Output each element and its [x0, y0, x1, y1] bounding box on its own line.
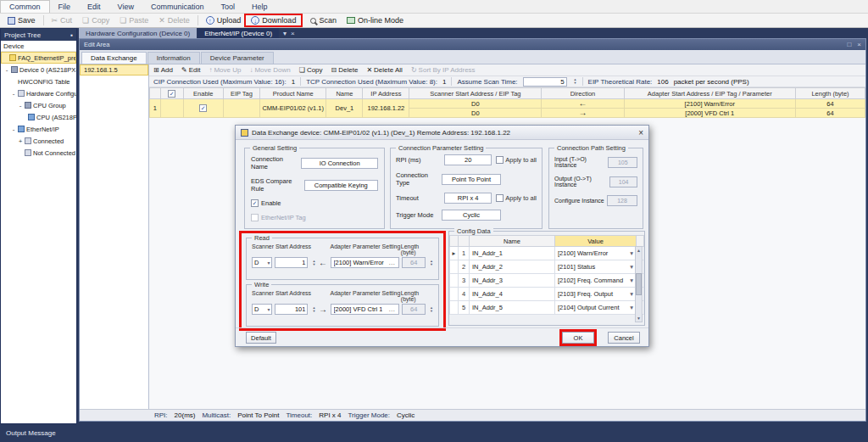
- maximize-icon[interactable]: □: [847, 41, 851, 48]
- chevron-down-icon[interactable]: ▾: [630, 290, 633, 298]
- delete-row-button[interactable]: ⊟ Delete: [331, 66, 359, 74]
- menu-common[interactable]: Common: [0, 0, 50, 13]
- ok-button[interactable]: OK: [562, 332, 594, 344]
- read-address-spinner[interactable]: ▲ ▼: [312, 260, 315, 266]
- spin-down-icon[interactable]: ▼: [574, 81, 577, 85]
- config-row[interactable]: 4 IN_Addr_4 [2103] Freq. Output▾: [450, 288, 644, 301]
- tree-item-cpu[interactable]: CPU (AS218PX-A): [1, 111, 76, 123]
- collapse-icon[interactable]: -: [18, 102, 23, 109]
- scroll-down-icon[interactable]: ▼: [637, 316, 641, 321]
- chevron-down-icon[interactable]: ▾: [630, 263, 633, 271]
- config-row-value[interactable]: [2102] Freq. Command▾: [555, 274, 637, 288]
- config-row[interactable]: 2 IN_Addr_2 [2101] Status▾: [450, 260, 644, 274]
- tab-menu-icon[interactable]: ▾: [283, 30, 287, 37]
- tree-item-connected[interactable]: + Connected: [1, 135, 76, 147]
- default-button[interactable]: Default: [246, 332, 276, 344]
- scroll-up-icon[interactable]: ▲: [637, 248, 641, 253]
- write-address-input[interactable]: 101: [275, 304, 308, 315]
- tree-item-project[interactable]: FAQ_EthernetIP_predkos: [1, 52, 76, 64]
- connection-name-select[interactable]: IO Connection: [301, 158, 378, 169]
- browse-icon[interactable]: …: [388, 305, 396, 313]
- chevron-down-icon[interactable]: ▾: [630, 304, 633, 311]
- config-row[interactable]: 5 IN_Addr_5 [2104] Output Current▾: [450, 301, 644, 315]
- tree-item-hardware-configuration[interactable]: - Hardware Configuration: [1, 87, 76, 99]
- timeout-apply-all[interactable]: Apply to all: [496, 194, 537, 202]
- tree-item-hwconfig-table[interactable]: HWCONFIG Table: [1, 76, 76, 87]
- rpi-apply-all-checkbox[interactable]: [496, 156, 504, 164]
- scan-button[interactable]: Scan: [305, 15, 342, 25]
- ip-list-item[interactable]: 192.168.1.5: [80, 64, 148, 76]
- eds-compare-rule-select[interactable]: Compatible Keying: [304, 180, 378, 191]
- config-row-value[interactable]: [2103] Freq. Output▾: [555, 288, 637, 301]
- delete-all-button[interactable]: ✕ Delete All: [366, 66, 403, 74]
- menu-tool[interactable]: Tool: [212, 0, 243, 13]
- tree-item-cpu-group[interactable]: - CPU Group: [1, 99, 76, 111]
- upload-button[interactable]: ↑ Upload: [201, 15, 247, 25]
- menu-help[interactable]: Help: [243, 0, 276, 13]
- write-adapter-field[interactable]: [2000] VFD Ctrl 1 …: [331, 304, 400, 315]
- config-row[interactable]: ▸ 1 IN_Addr_1 [2100] Warn/Error▾: [450, 247, 644, 260]
- collapse-icon[interactable]: -: [11, 126, 16, 133]
- scan-time-spinner[interactable]: ▲ ▼: [574, 78, 577, 85]
- tree-item-not-connected[interactable]: Not Connected: [1, 147, 76, 159]
- write-device-select[interactable]: D ▾: [252, 304, 272, 315]
- assume-scan-time-input[interactable]: 5: [523, 77, 567, 87]
- delete-button[interactable]: ✕ Delete: [153, 15, 195, 25]
- config-row-value[interactable]: [2104] Output Current▾: [555, 301, 637, 315]
- chevron-down-icon[interactable]: ▾: [630, 277, 633, 284]
- spin-down-icon[interactable]: ▼: [312, 310, 315, 313]
- row-select-cell[interactable]: [160, 99, 183, 118]
- read-adapter-field[interactable]: [2100] Warn/Error …: [331, 257, 400, 268]
- online-mode-button[interactable]: On-line Mode: [342, 15, 409, 25]
- move-up-button[interactable]: ↑ Move Up: [209, 66, 241, 74]
- read-address-input[interactable]: 1: [275, 257, 308, 268]
- close-icon[interactable]: ×: [857, 41, 861, 48]
- browse-icon[interactable]: …: [388, 259, 396, 266]
- tab-device-parameter[interactable]: Device Parameter: [201, 52, 274, 64]
- tab-data-exchange[interactable]: Data Exchange: [81, 52, 147, 64]
- collapse-icon[interactable]: -: [4, 66, 9, 74]
- dialog-close-icon[interactable]: ×: [638, 128, 643, 137]
- copy-button[interactable]: ❏ Copy: [77, 15, 114, 25]
- enable-checkbox[interactable]: ✓: [251, 199, 259, 207]
- timeout-select[interactable]: RPI x 4: [444, 193, 492, 204]
- rpi-apply-all[interactable]: Apply to all: [496, 156, 537, 164]
- cancel-button[interactable]: Cancel: [608, 332, 640, 344]
- edit-button[interactable]: ✎ Edit: [181, 66, 201, 74]
- tab-ethernetip[interactable]: EtherNet/IP (Device 0): [198, 28, 279, 38]
- menu-edit[interactable]: Edit: [79, 0, 109, 13]
- config-row[interactable]: 3 IN_Addr_3 [2102] Freq. Command▾: [450, 274, 644, 288]
- enable-checkbox[interactable]: ✓: [199, 104, 207, 112]
- timeout-apply-all-checkbox[interactable]: [496, 194, 504, 202]
- pin-icon[interactable]: ▪: [70, 31, 73, 39]
- paste-button[interactable]: ❏ Paste: [114, 15, 153, 25]
- menu-file[interactable]: File: [50, 0, 80, 13]
- select-all-checkbox[interactable]: ✓: [168, 90, 175, 98]
- menu-communication[interactable]: Communication: [142, 0, 213, 13]
- row-enable-cell[interactable]: ✓: [183, 99, 223, 118]
- move-down-button[interactable]: ↓ Move Down: [249, 66, 290, 74]
- download-button[interactable]: ↓ Download: [246, 15, 301, 25]
- config-row-value[interactable]: [2100] Warn/Error▾: [555, 247, 637, 260]
- menu-view[interactable]: View: [109, 0, 142, 13]
- ethernetip-tag-checkbox[interactable]: [251, 214, 259, 221]
- chevron-down-icon[interactable]: ▾: [630, 249, 633, 257]
- collapse-icon[interactable]: -: [11, 90, 16, 98]
- write-address-spinner[interactable]: ▲ ▼: [312, 306, 315, 313]
- cut-button[interactable]: ✂ Cut: [47, 15, 78, 25]
- tree-item-device0[interactable]: - Device 0 (AS218PX-A): [1, 64, 76, 76]
- spin-down-icon[interactable]: ▼: [312, 263, 315, 266]
- scrollbar-thumb[interactable]: [636, 273, 642, 295]
- tab-close-icon[interactable]: ×: [291, 30, 295, 37]
- save-button[interactable]: Save: [3, 15, 41, 25]
- expand-icon[interactable]: +: [18, 137, 23, 145]
- trigger-mode-select[interactable]: Cyclic: [442, 210, 501, 221]
- sort-by-ip-button[interactable]: ↻ Sort By IP Address: [411, 66, 476, 74]
- rpi-input[interactable]: 20: [444, 154, 492, 165]
- table-row[interactable]: 1 ✓ CMM-EIP01/02 (v1.1) Dev_1 192.168.1.…: [150, 99, 865, 109]
- tree-item-ethernetip[interactable]: - EtherNet/IP: [1, 123, 76, 135]
- add-button[interactable]: ⊞ Add: [153, 66, 173, 74]
- copy-row-button[interactable]: ❏ Copy: [299, 66, 323, 74]
- dialog-titlebar[interactable]: Data Exchange device: CMM-EIP01/02 (v1.1…: [236, 126, 648, 140]
- connection-type-select[interactable]: Point To Point: [442, 174, 501, 185]
